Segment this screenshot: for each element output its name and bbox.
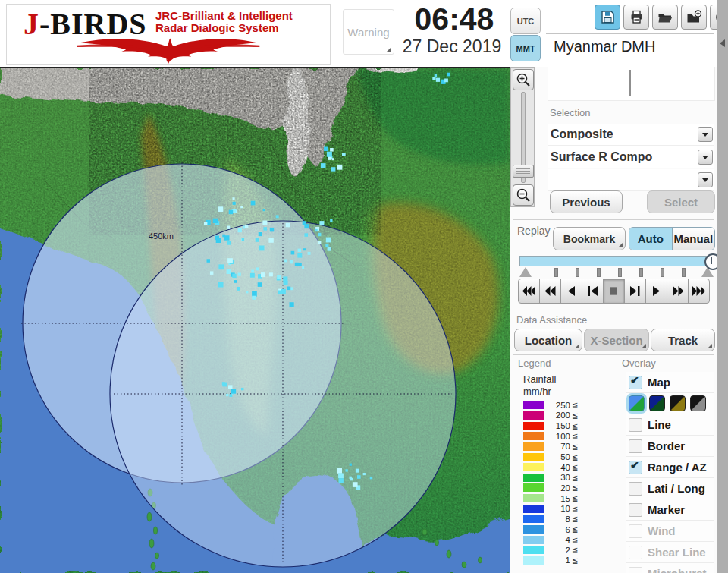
play-forward-button[interactable] — [645, 279, 667, 304]
magnifier-minus-icon — [516, 187, 531, 203]
x-section-button-label: X-Section — [590, 334, 642, 347]
overlay-row-shear-line[interactable]: Shear Line — [626, 541, 714, 562]
radar-echo — [305, 233, 309, 237]
save-icon — [601, 10, 615, 24]
lati-long-checkbox[interactable] — [629, 482, 642, 496]
zoom-slider-thumb[interactable] — [513, 165, 534, 178]
select-button[interactable]: Select — [647, 190, 715, 213]
warning-button[interactable]: Warning — [343, 9, 394, 55]
location-button[interactable]: Location — [514, 329, 582, 351]
rewind-2-icon — [544, 285, 557, 297]
chevron-down-icon[interactable] — [698, 127, 713, 142]
utc-button[interactable]: UTC — [510, 8, 541, 34]
overlay-row-range-az[interactable]: Range / AZ — [626, 456, 714, 477]
stop-button[interactable] — [603, 279, 625, 304]
overlay-row-lati-long[interactable]: Lati / Long — [626, 477, 714, 499]
track-button[interactable]: Track — [651, 329, 715, 351]
radar-echo — [291, 251, 295, 255]
map-style-swatch-1[interactable] — [629, 395, 645, 411]
replay-time-slider[interactable] — [519, 256, 715, 266]
step-forward-button[interactable] — [624, 279, 646, 304]
border-checkbox[interactable] — [629, 439, 642, 453]
radar-echo — [339, 478, 344, 483]
zoom-in-button[interactable] — [513, 69, 534, 90]
map-style-swatch-2[interactable] — [649, 395, 665, 411]
radar-echo — [315, 229, 317, 231]
step-back-button[interactable] — [582, 279, 604, 304]
overlay-row-border[interactable]: Border — [626, 435, 714, 456]
forward-3-button[interactable] — [688, 279, 710, 304]
radar-echo — [337, 468, 342, 474]
radar-echo — [238, 273, 241, 276]
overlay-label: Line — [648, 418, 671, 431]
forward-2-button[interactable] — [667, 279, 689, 304]
x-section-button[interactable]: X-Section — [584, 329, 649, 351]
zoom-out-button[interactable] — [513, 184, 534, 206]
overlay-label: Shear Line — [648, 546, 706, 559]
save-button[interactable] — [595, 5, 620, 30]
marker-checkbox[interactable] — [629, 503, 642, 517]
auto-button[interactable]: Auto — [629, 228, 673, 250]
less-equal-symbol: ≦ — [572, 536, 578, 544]
chevron-down-icon[interactable] — [698, 172, 713, 187]
rewind-3-button[interactable] — [518, 279, 540, 304]
overlay-row-line[interactable]: Line — [626, 414, 714, 435]
slider-start-marker[interactable] — [519, 267, 532, 277]
dropdown-empty[interactable] — [548, 169, 714, 191]
overlay-row-microburst[interactable]: Microburst — [626, 562, 714, 573]
play-back-button[interactable] — [560, 279, 582, 304]
radar-echo — [290, 287, 293, 290]
radar-echo — [269, 272, 273, 276]
legend-entry: 6 ≦ — [523, 524, 584, 535]
legend-value: 150 — [544, 421, 570, 430]
rewind-2-button[interactable] — [539, 279, 561, 304]
location-button-label: Location — [525, 334, 573, 347]
print-icon — [629, 10, 644, 24]
line-checkbox[interactable] — [629, 418, 642, 432]
slider-end-marker[interactable] — [701, 267, 714, 277]
dropdown-product[interactable]: Surface R Compo — [548, 146, 714, 168]
overlay-label: Border — [648, 439, 685, 452]
radar-echo — [241, 388, 243, 390]
radar-echo — [230, 394, 233, 397]
print-button[interactable] — [623, 5, 649, 30]
radar-echo — [356, 469, 359, 473]
text-input-area[interactable] — [548, 65, 715, 101]
less-equal-symbol: ≦ — [572, 515, 578, 523]
radar-echo — [233, 197, 235, 200]
chevron-down-icon[interactable] — [698, 150, 713, 165]
radar-echo — [227, 269, 231, 274]
radar-echo — [238, 228, 242, 232]
previous-button[interactable]: Previous — [550, 190, 623, 213]
radar-echo — [342, 153, 346, 156]
map-style-swatch-4[interactable] — [690, 395, 706, 411]
overlay-row-marker[interactable]: Marker — [626, 499, 714, 520]
radar-echo — [240, 206, 243, 208]
overlay-row-map[interactable]: Map — [626, 372, 714, 392]
map-checkbox[interactable] — [629, 376, 642, 389]
folder-add-button[interactable] — [681, 5, 707, 30]
range-az-checkbox[interactable] — [629, 461, 642, 474]
legend-entry: 200 ≦ — [523, 411, 584, 421]
overlay-label: Marker — [648, 503, 685, 516]
panel-collapse-grip[interactable] — [717, 0, 728, 573]
mmt-button[interactable]: MMT — [510, 35, 541, 61]
radar-map[interactable]: 450km — [0, 67, 510, 573]
bookmark-button[interactable]: Bookmark — [553, 227, 626, 250]
dropdown-composite[interactable]: Composite — [548, 124, 714, 146]
radar-echo — [308, 252, 311, 255]
wind-checkbox — [629, 524, 642, 538]
map-style-swatch-3[interactable] — [670, 395, 686, 411]
radar-echo — [251, 201, 256, 206]
dropdown-product-value: Surface R Compo — [548, 150, 698, 164]
radar-echo — [346, 469, 348, 471]
overlay-row-wind[interactable]: Wind — [626, 520, 714, 541]
radar-echo — [242, 238, 245, 241]
folder-open-button[interactable] — [652, 5, 678, 30]
replay-section-label: Replay — [517, 225, 551, 237]
radar-echo — [328, 247, 331, 250]
less-equal-symbol: ≦ — [572, 525, 578, 534]
legend-color-swatch — [523, 556, 544, 565]
radar-echo — [283, 276, 287, 281]
manual-button[interactable]: Manual — [673, 228, 715, 250]
